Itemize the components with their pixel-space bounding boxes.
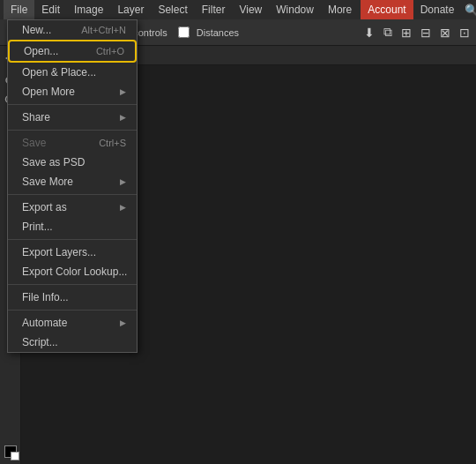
menu-item-save-more[interactable]: Save More <box>8 172 137 191</box>
menu-item-script[interactable]: Script... <box>8 333 137 352</box>
menu-item-save: Save Ctrl+S <box>8 133 137 153</box>
menu-item-export-as[interactable]: Export as <box>8 198 137 217</box>
menu-bar-icons: 🔍 ⛶ <box>461 4 476 17</box>
menu-item-save-psd[interactable]: Save as PSD <box>8 153 137 172</box>
menu-filter[interactable]: Filter <box>195 0 233 19</box>
menu-item-new[interactable]: New... Alt+Ctrl+N <box>8 20 137 40</box>
distances-label: Distances <box>197 27 239 38</box>
arrange-icon-2[interactable]: ⊞ <box>398 26 414 40</box>
menu-item-export-color-lookup[interactable]: Export Color Lookup... <box>8 262 137 281</box>
arrange-icon-4[interactable]: ⊠ <box>437 26 453 40</box>
foreground-color[interactable] <box>2 443 19 460</box>
menu-view[interactable]: View <box>232 0 269 19</box>
menu-item-open-place[interactable]: Open & Place... <box>8 63 137 82</box>
menu-more[interactable]: More <box>321 0 359 19</box>
menu-image[interactable]: Image <box>67 0 110 19</box>
divider-3 <box>8 194 137 195</box>
arrange-icon-1[interactable]: ⧉ <box>381 25 395 40</box>
divider-6 <box>8 310 137 311</box>
donate-button[interactable]: Donate <box>413 0 462 19</box>
menu-file[interactable]: File <box>4 0 34 19</box>
arrange-icon-5[interactable]: ⊡ <box>457 26 472 40</box>
divider-4 <box>8 239 137 240</box>
menu-item-export-layers[interactable]: Export Layers... <box>8 243 137 262</box>
menu-item-open-more[interactable]: Open More <box>8 82 137 101</box>
distances-group: Distances <box>178 26 239 38</box>
search-icon[interactable]: 🔍 <box>461 4 476 17</box>
menu-window[interactable]: Window <box>269 0 321 19</box>
menu-item-automate[interactable]: Automate <box>8 313 137 333</box>
menu-layer[interactable]: Layer <box>110 0 151 19</box>
distances-checkbox[interactable] <box>178 26 190 38</box>
menu-select[interactable]: Select <box>151 0 194 19</box>
menu-bar: File Edit Image Layer Select Filter View… <box>0 0 476 19</box>
divider-5 <box>8 284 137 285</box>
menu-item-open[interactable]: Open... Ctrl+O <box>8 40 137 63</box>
file-dropdown-menu: New... Alt+Ctrl+N Open... Ctrl+O Open & … <box>7 19 138 353</box>
account-button[interactable]: Account <box>361 0 413 19</box>
menu-edit[interactable]: Edit <box>34 0 67 19</box>
menu-item-share[interactable]: Share <box>8 108 137 127</box>
divider-2 <box>8 130 137 131</box>
download-icon[interactable]: ⬇ <box>361 26 377 40</box>
arrange-icon-3[interactable]: ⊟ <box>418 26 434 40</box>
divider-1 <box>8 104 137 105</box>
menu-item-print[interactable]: Print... <box>8 217 137 236</box>
menu-item-file-info[interactable]: File Info... <box>8 288 137 307</box>
